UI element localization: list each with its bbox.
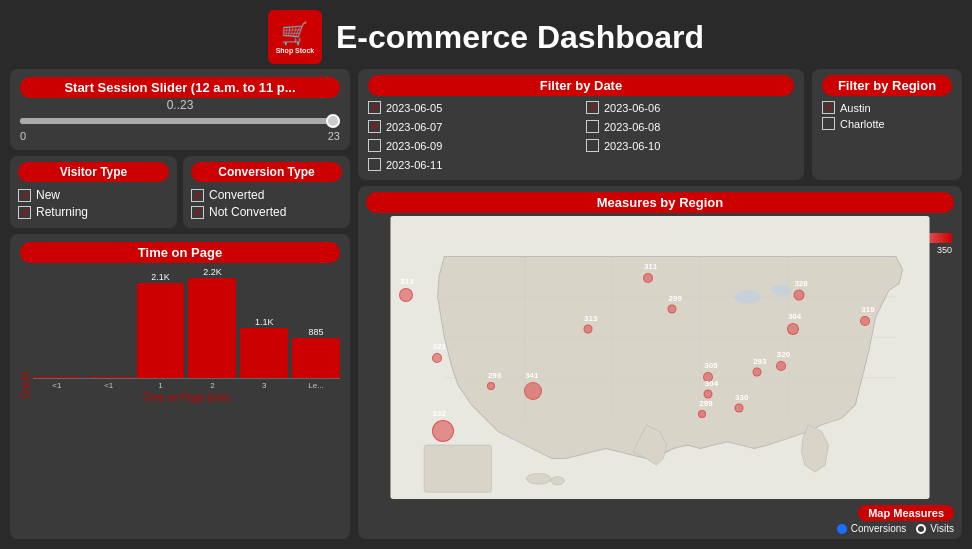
bar-5 — [292, 338, 340, 378]
x-label-4: 3 — [240, 381, 288, 390]
y-axis-label: Count — [20, 269, 31, 399]
svg-rect-3 — [424, 445, 491, 492]
bar-group-5: 885 — [292, 327, 340, 378]
chart-title: Time on Page — [20, 242, 340, 263]
region-checkbox-0[interactable] — [822, 101, 835, 114]
visitor-returning-item[interactable]: Returning — [18, 205, 169, 219]
date-label-4: 2023-06-09 — [386, 140, 442, 152]
bar-group-3: 2.2K — [188, 267, 236, 378]
x-label-3: 2 — [188, 381, 236, 390]
date-checkbox-2[interactable] — [368, 120, 381, 133]
region-items: AustinCharlotte — [822, 101, 952, 130]
x-labels: <1<1123Le... — [33, 381, 340, 390]
slider-track[interactable] — [20, 114, 340, 128]
x-axis-title: Time on Page (min) — [33, 392, 340, 403]
type-row: Visitor Type New Returning Conversion Ty… — [10, 156, 350, 228]
slider-min: 0 — [20, 130, 26, 142]
slider-minmax: 0 23 — [20, 130, 340, 142]
date-checkbox-3[interactable] — [586, 120, 599, 133]
logo-icon: 🛒 — [281, 21, 308, 47]
date-label-3: 2023-06-08 — [604, 121, 660, 133]
visitor-type-box: Visitor Type New Returning — [10, 156, 177, 228]
map-measures-label: Map Measures — [858, 505, 954, 521]
conversion-type-box: Conversion Type Converted Not Converted — [183, 156, 350, 228]
region-label-0: Austin — [840, 102, 871, 114]
visitor-new-label: New — [36, 188, 60, 202]
slider-thumb[interactable] — [326, 114, 340, 128]
date-item-2[interactable]: 2023-06-07 — [368, 120, 576, 133]
x-label-1: <1 — [85, 381, 133, 390]
map-section: Measures by Region Count 290 350 — [358, 186, 962, 539]
bar-top-label-5: 885 — [309, 327, 324, 337]
date-label-0: 2023-06-05 — [386, 102, 442, 114]
visitor-new-item[interactable]: New — [18, 188, 169, 202]
dates-grid: 2023-06-052023-06-062023-06-072023-06-08… — [368, 101, 794, 174]
date-checkbox-6[interactable] — [368, 158, 381, 171]
converted-label: Converted — [209, 188, 264, 202]
date-checkbox-5[interactable] — [586, 139, 599, 152]
bar-group-4: 1.1K — [240, 317, 288, 378]
date-item-6[interactable]: 2023-06-11 — [368, 158, 576, 171]
region-checkbox-1[interactable] — [822, 117, 835, 130]
date-label-6: 2023-06-11 — [386, 159, 442, 171]
visits-radio[interactable] — [916, 524, 926, 534]
visitor-returning-label: Returning — [36, 205, 88, 219]
visitor-returning-checkbox[interactable] — [18, 206, 31, 219]
date-label-1: 2023-06-06 — [604, 102, 660, 114]
date-filter: Filter by Date 2023-06-052023-06-062023-… — [358, 69, 804, 180]
map-measures-options: Conversions Visits — [837, 523, 954, 534]
slider-title: Start Session Slider (12 a.m. to 11 p... — [20, 77, 340, 98]
x-label-0: <1 — [33, 381, 81, 390]
date-checkbox-0[interactable] — [368, 101, 381, 114]
not-converted-item[interactable]: Not Converted — [191, 205, 342, 219]
date-checkbox-1[interactable] — [586, 101, 599, 114]
logo-text: Shop Stock — [276, 47, 315, 54]
bar-3 — [188, 278, 236, 378]
filters-row: Filter by Date 2023-06-052023-06-062023-… — [358, 69, 962, 180]
region-filter: Filter by Region AustinCharlotte — [812, 69, 962, 180]
bar-group-1 — [85, 376, 133, 378]
bar-group-0 — [33, 376, 81, 378]
svg-point-5 — [551, 477, 564, 485]
date-item-1[interactable]: 2023-06-06 — [586, 101, 794, 114]
conversions-radio[interactable] — [837, 524, 847, 534]
date-label-5: 2023-06-10 — [604, 140, 660, 152]
slider-bg — [20, 118, 340, 124]
date-item-3[interactable]: 2023-06-08 — [586, 120, 794, 133]
converted-checkbox[interactable] — [191, 189, 204, 202]
conversions-option[interactable]: Conversions — [837, 523, 907, 534]
date-checkbox-4[interactable] — [368, 139, 381, 152]
date-label-2: 2023-06-07 — [386, 121, 442, 133]
region-item-0[interactable]: Austin — [822, 101, 952, 114]
chart-area: Count 2.1K2.2K1.1K885 <1<1123Le... Time … — [20, 269, 340, 399]
slider-section: Start Session Slider (12 a.m. to 11 p...… — [10, 69, 350, 150]
logo: 🛒 Shop Stock — [268, 10, 322, 64]
region-filter-label: Filter by Region — [822, 75, 952, 96]
visitor-new-checkbox[interactable] — [18, 189, 31, 202]
svg-point-2 — [771, 285, 791, 296]
converted-item[interactable]: Converted — [191, 188, 342, 202]
conversion-type-label: Conversion Type — [191, 162, 342, 182]
visits-option[interactable]: Visits — [916, 523, 954, 534]
main-layout: Start Session Slider (12 a.m. to 11 p...… — [0, 69, 972, 539]
date-item-0[interactable]: 2023-06-05 — [368, 101, 576, 114]
bar-2 — [137, 283, 185, 378]
not-converted-label: Not Converted — [209, 205, 286, 219]
bar-group-2: 2.1K — [137, 272, 185, 378]
right-panel: Filter by Date 2023-06-052023-06-062023-… — [358, 69, 962, 539]
bars-container: 2.1K2.2K1.1K885 — [33, 269, 340, 379]
region-item-1[interactable]: Charlotte — [822, 117, 952, 130]
map-container: 3133112993133212933413323053042993302933… — [358, 216, 962, 499]
x-label-5: Le... — [292, 381, 340, 390]
bar-top-label-2: 2.1K — [151, 272, 170, 282]
slider-range: 0..23 — [20, 98, 340, 112]
region-label-1: Charlotte — [840, 118, 885, 130]
visitor-type-label: Visitor Type — [18, 162, 169, 182]
date-item-4[interactable]: 2023-06-09 — [368, 139, 576, 152]
left-panel: Start Session Slider (12 a.m. to 11 p...… — [10, 69, 350, 539]
us-map-svg — [358, 216, 962, 499]
date-filter-label: Filter by Date — [368, 75, 794, 96]
slider-fill — [20, 118, 340, 124]
date-item-5[interactable]: 2023-06-10 — [586, 139, 794, 152]
not-converted-checkbox[interactable] — [191, 206, 204, 219]
